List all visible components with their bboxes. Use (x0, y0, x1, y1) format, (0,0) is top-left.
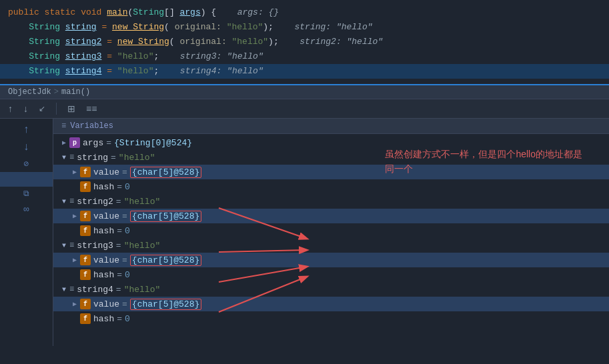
var-val-string3-value: {char[5]@528} (130, 255, 201, 266)
var-eq-string3-hash: = (117, 270, 122, 280)
left-gutter: ↑ ↓ ⊘ ⧉ ∞ (0, 119, 53, 346)
layout-button[interactable]: ≡≡ (83, 102, 99, 115)
code-line-2: String string = new String ( original: "… (0, 20, 609, 35)
code-line-4: String string3 = "hello" ; string3: "hel… (0, 49, 609, 64)
gutter-infinity-icon[interactable]: ∞ (0, 201, 53, 217)
type-string-5: String (29, 65, 65, 78)
icon-string2: ≡ (69, 197, 74, 206)
var-eq-string2: = (116, 197, 121, 207)
step-into-button[interactable]: ↙ (36, 103, 48, 115)
var-val-string-hash: 0 (125, 182, 130, 192)
icon-string3: ≡ (69, 241, 74, 250)
var-row-string3-hash[interactable]: f hash = 0 (53, 267, 609, 282)
var-val-string4: "hello" (124, 285, 161, 295)
type-string-4: String (29, 50, 65, 63)
icon-string-hash: f (80, 181, 91, 192)
code-parens: ( (127, 6, 133, 19)
var-name-string3-hash: hash (93, 270, 114, 280)
code-brace: ) { (201, 6, 216, 19)
op-eq-3: = (101, 35, 117, 49)
new-string-1: new String (112, 21, 164, 34)
panel-title: Variables (70, 121, 113, 131)
param-original-3: original: (179, 35, 231, 49)
icon-string3-value: f (80, 255, 91, 265)
debug-hint-args: args: {} (227, 6, 279, 19)
var-row-string2-value[interactable]: ▶ f value = {char[5]@528} (53, 209, 609, 223)
gutter-filter-icon[interactable]: ⊘ (0, 156, 53, 172)
gutter-active-row (0, 172, 53, 187)
expand-string4[interactable]: ▼ (59, 286, 69, 293)
str-hello-3: "hello" (231, 35, 268, 49)
var-name-string4-hash: hash (93, 314, 114, 324)
indent-2 (8, 21, 29, 34)
param-original-2: original: (175, 21, 227, 34)
var-row-string4-value[interactable]: ▶ f value = {char[5]@528} (53, 297, 609, 311)
expand-string-value[interactable]: ▶ (69, 168, 80, 176)
semicolon-5: ; (153, 65, 159, 78)
var-val-string: "hello" (119, 153, 155, 163)
var-val-string2-hash: 0 (125, 226, 130, 236)
code-bracket: [] (164, 6, 179, 19)
breadcrumb-separator: > (54, 87, 59, 97)
var-row-string3-value[interactable]: ▶ f value = {char[5]@528} (53, 253, 609, 267)
code-line-3: String string2 = new String ( original: … (0, 35, 609, 49)
var-row-string2[interactable]: ▼ ≡ string2 = "hello" (53, 194, 609, 209)
var-row-string4-hash[interactable]: f hash = 0 (53, 311, 609, 326)
keyword-public: public (8, 6, 45, 19)
var-eq-string4-hash: = (117, 314, 122, 324)
var-row-string-value[interactable]: ▶ f value = {char[5]@528} (53, 165, 609, 179)
expand-args[interactable]: ▶ (59, 139, 69, 147)
gutter-restore-icon[interactable]: ↑ (0, 119, 53, 139)
var-val-string2: "hello" (124, 197, 161, 207)
icon-string: ≡ (69, 153, 74, 162)
expand-string4-value[interactable]: ▶ (69, 300, 80, 308)
icon-args: p (69, 137, 80, 148)
var-row-string3[interactable]: ▼ ≡ string3 = "hello" (53, 238, 609, 253)
var-name-string2-value: value (93, 211, 119, 221)
var-row-string4[interactable]: ▼ ≡ string4 = "hello" (53, 282, 609, 297)
debug-hint-string: string: "hello" (284, 21, 373, 34)
breadcrumb-class[interactable]: ObjectJdk (8, 87, 51, 97)
str-hello-5: "hello" (117, 65, 154, 78)
new-string-2: new String (117, 35, 169, 49)
expand-string2-value[interactable]: ▶ (69, 212, 80, 220)
paren-open-2: ( (164, 21, 175, 34)
var-row-string2-hash[interactable]: f hash = 0 (53, 223, 609, 238)
breadcrumb: ObjectJdk > main() (0, 85, 609, 99)
expand-string2[interactable]: ▼ (59, 198, 69, 205)
var-eq-args: = (106, 138, 111, 148)
var-name-string2: string2 (77, 197, 113, 207)
debug-hint-string4: string4: "hello" (169, 65, 263, 78)
gutter-copy-icon[interactable]: ⧉ (0, 187, 53, 201)
expand-string3-value[interactable]: ▶ (69, 256, 80, 264)
step-out-button[interactable]: ↑ (5, 102, 15, 115)
debug-hint-string2: string2: "hello" (289, 35, 383, 49)
op-eq-4: = (101, 50, 117, 63)
var-eq-string3: = (116, 241, 121, 251)
gutter-down-icon[interactable]: ↓ (0, 139, 53, 156)
watch-button[interactable]: ⊞ (65, 102, 78, 115)
expand-string3[interactable]: ▼ (59, 242, 69, 249)
str-hello-4: "hello" (117, 50, 154, 63)
icon-string4-value: f (80, 299, 91, 309)
var-string2: string2 (65, 35, 102, 49)
var-eq-string4: = (116, 285, 121, 295)
var-row-string[interactable]: ▼ ≡ string = "hello" (53, 150, 609, 165)
indent-5 (8, 65, 29, 78)
keyword-static: static (45, 6, 81, 19)
var-name-string: string (77, 153, 108, 163)
var-row-args[interactable]: ▶ p args = {String[0]@524} (53, 135, 609, 150)
expand-string[interactable]: ▼ (59, 154, 69, 161)
breadcrumb-method[interactable]: main() (61, 87, 90, 97)
toolbar-divider-1 (56, 103, 57, 115)
var-name-string-value: value (93, 167, 119, 177)
icon-string3-hash: f (80, 269, 91, 280)
var-eq-string-hash: = (117, 182, 122, 192)
code-line-5: String string4 = "hello" ; string4: "hel… (0, 64, 609, 79)
str-hello-2: "hello" (227, 21, 263, 34)
var-val-string4-value: {char[5]@528} (130, 299, 201, 310)
var-row-string-hash[interactable]: f hash = 0 (53, 179, 609, 194)
step-over-button[interactable]: ↓ (21, 102, 31, 115)
var-eq-string: = (111, 153, 116, 163)
type-string-3: String (29, 35, 65, 49)
